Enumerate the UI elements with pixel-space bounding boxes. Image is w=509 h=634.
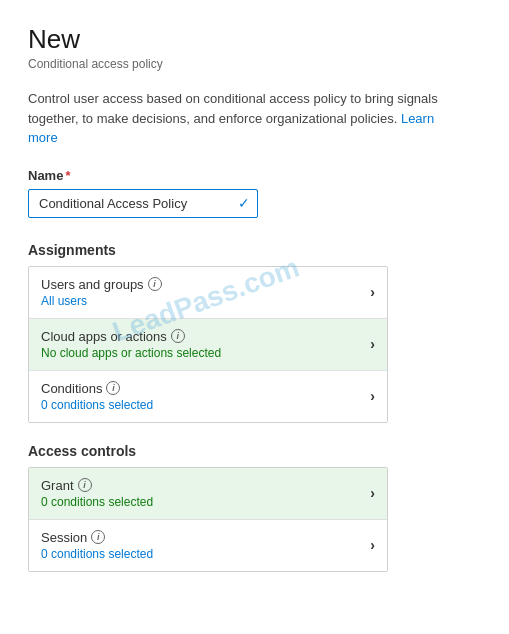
info-icon-users[interactable]: i — [148, 277, 162, 291]
required-star: * — [65, 168, 70, 183]
assignment-item-conditions[interactable]: Conditions i 0 conditions selected › — [29, 371, 387, 422]
access-controls-container: Grant i 0 conditions selected › Session … — [28, 467, 388, 572]
assignment-item-cloud-apps[interactable]: Cloud apps or actions i No cloud apps or… — [29, 319, 387, 371]
chevron-right-icon-grant: › — [370, 485, 375, 501]
access-control-item-left-grant: Grant i 0 conditions selected — [41, 478, 153, 509]
assignment-item-title-cloud: Cloud apps or actions i — [41, 329, 221, 344]
assignment-item-subtitle-users: All users — [41, 294, 162, 308]
check-icon: ✓ — [238, 195, 250, 211]
assignment-item-left-cloud: Cloud apps or actions i No cloud apps or… — [41, 329, 221, 360]
assignments-section-title: Assignments — [28, 242, 481, 258]
name-input[interactable] — [28, 189, 258, 218]
access-control-title-session: Session i — [41, 530, 153, 545]
access-control-item-grant[interactable]: Grant i 0 conditions selected › — [29, 468, 387, 520]
chevron-right-icon-session: › — [370, 537, 375, 553]
assignment-item-left: Users and groups i All users — [41, 277, 162, 308]
name-input-wrapper: ✓ — [28, 189, 258, 218]
assignments-container: Users and groups i All users › Cloud app… — [28, 266, 388, 423]
chevron-right-icon-cloud: › — [370, 336, 375, 352]
info-icon-session[interactable]: i — [91, 530, 105, 544]
description-text: Control user access based on conditional… — [28, 89, 448, 148]
access-control-title-grant: Grant i — [41, 478, 153, 493]
access-control-subtitle-grant: 0 conditions selected — [41, 495, 153, 509]
info-icon-conditions[interactable]: i — [106, 381, 120, 395]
access-control-item-session[interactable]: Session i 0 conditions selected › — [29, 520, 387, 571]
access-control-item-left-session: Session i 0 conditions selected — [41, 530, 153, 561]
page-subtitle: Conditional access policy — [28, 57, 481, 71]
info-icon-cloud[interactable]: i — [171, 329, 185, 343]
access-controls-section-title: Access controls — [28, 443, 481, 459]
assignment-item-left-conditions: Conditions i 0 conditions selected — [41, 381, 153, 412]
assignment-item-subtitle-cloud: No cloud apps or actions selected — [41, 346, 221, 360]
chevron-right-icon-conditions: › — [370, 388, 375, 404]
page-title: New — [28, 24, 481, 55]
info-icon-grant[interactable]: i — [78, 478, 92, 492]
name-label: Name* — [28, 168, 481, 183]
page-wrapper: LeadPass.com New Conditional access poli… — [28, 24, 481, 572]
assignment-item-subtitle-conditions: 0 conditions selected — [41, 398, 153, 412]
chevron-right-icon-users: › — [370, 284, 375, 300]
assignment-item-title: Users and groups i — [41, 277, 162, 292]
assignment-item-users-groups[interactable]: Users and groups i All users › — [29, 267, 387, 319]
access-control-subtitle-session: 0 conditions selected — [41, 547, 153, 561]
assignment-item-title-conditions: Conditions i — [41, 381, 153, 396]
